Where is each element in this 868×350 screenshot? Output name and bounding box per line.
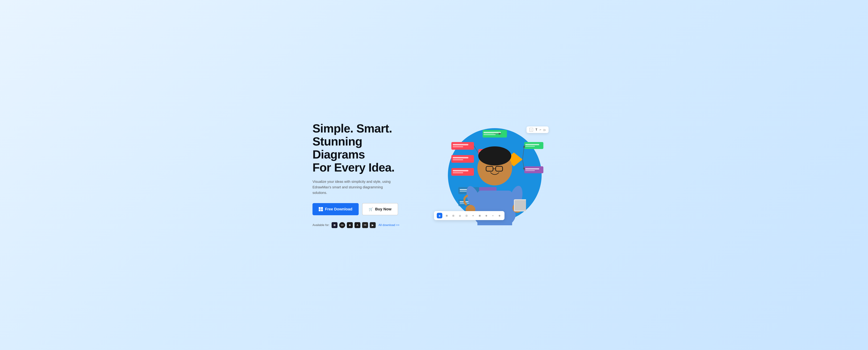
platform-icon-linux[interactable]: Λ <box>354 222 361 228</box>
svg-rect-21 <box>525 170 535 171</box>
platform-icon-windows[interactable]: ⊞ <box>332 222 338 228</box>
toolbar-icon-doc[interactable]: ⊡ <box>464 213 469 218</box>
toolbar-icon-rect[interactable]: ⊟ <box>451 213 456 218</box>
svg-point-38 <box>478 146 511 166</box>
toolbar-icon-table[interactable]: ⊠ <box>477 213 482 218</box>
toolbar-active-icon[interactable]: ◈ <box>437 213 442 218</box>
toolbar-icon-flow[interactable]: ⊗ <box>484 213 489 218</box>
buy-now-button[interactable]: 🛒 Buy Now <box>362 203 398 215</box>
hero-section: Simple. Smart. Stunning Diagrams For Eve… <box>0 0 868 350</box>
platform-icon-ios[interactable]: OS <box>362 222 368 228</box>
svg-rect-5 <box>453 146 463 147</box>
toolbar-overlay: ◈ ⊞ ⊟ ◎ ⊡ ≡ ⊠ ⊗ ≈ ⊕ <box>434 211 504 220</box>
svg-rect-1 <box>484 132 501 133</box>
hero-subtitle: Visualize your ideas with simplicity and… <box>312 179 396 196</box>
available-label: Available for: <box>312 223 330 227</box>
all-download-link[interactable]: All download >> <box>378 223 399 227</box>
svg-rect-11 <box>453 172 463 173</box>
top-toolbar-rect-icon[interactable]: □ <box>529 128 533 132</box>
svg-rect-19 <box>524 166 544 173</box>
toolbar-icon-chart[interactable]: ≡ <box>471 213 475 218</box>
toolbar-icon-grid[interactable]: ⊞ <box>444 213 449 218</box>
top-toolbar-text-icon[interactable]: T <box>535 128 537 131</box>
hero-title: Simple. Smart. Stunning Diagrams For Eve… <box>312 122 413 174</box>
platform-icon-macos[interactable]: OS <box>339 222 345 228</box>
available-for: Available for: ⊞ OS ⊕ Λ OS ▶ All downloa… <box>312 222 413 228</box>
svg-rect-16 <box>524 142 544 149</box>
svg-rect-47 <box>515 200 526 211</box>
hero-right: ◈ ⊞ ⊟ ◎ ⊡ ≡ ⊠ ⊗ ≈ ⊕ □ T ⌐ ▷ <box>434 125 556 225</box>
top-toolbar-arrow-icon[interactable]: ▷ <box>544 128 546 132</box>
toolbar-icon-plus[interactable]: ⊕ <box>497 213 502 218</box>
hero-container: Simple. Smart. Stunning Diagrams For Eve… <box>312 122 556 228</box>
hero-left: Simple. Smart. Stunning Diagrams For Eve… <box>312 122 413 228</box>
top-toolbar: □ T ⌐ ▷ <box>527 127 549 133</box>
svg-rect-18 <box>525 146 535 147</box>
platform-icon-android[interactable]: ▶ <box>370 222 376 228</box>
svg-rect-2 <box>484 134 496 135</box>
platform-icon-web[interactable]: ⊕ <box>347 222 353 228</box>
toolbar-icon-wave[interactable]: ≈ <box>491 213 495 218</box>
platform-icons: ⊞ OS ⊕ Λ OS ▶ <box>332 222 376 228</box>
svg-rect-36 <box>477 190 512 225</box>
windows-icon <box>319 207 323 211</box>
free-download-button[interactable]: Free Download <box>312 203 359 215</box>
cart-icon: 🛒 <box>369 207 373 211</box>
svg-rect-8 <box>453 159 463 160</box>
hero-buttons: Free Download 🛒 Buy Now <box>312 203 413 215</box>
top-toolbar-corner-icon[interactable]: ⌐ <box>540 128 541 131</box>
toolbar-icon-layers[interactable]: ◎ <box>458 213 462 218</box>
svg-rect-20 <box>525 168 539 170</box>
svg-rect-17 <box>525 144 539 145</box>
